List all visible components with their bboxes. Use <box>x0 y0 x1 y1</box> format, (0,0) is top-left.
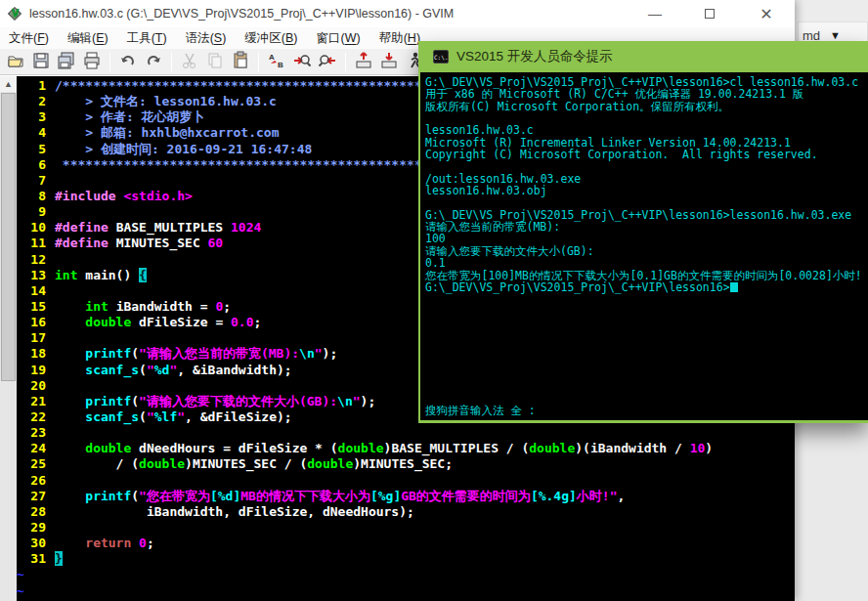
minimize-button[interactable]: — <box>633 0 676 27</box>
scrollbar-thumb[interactable] <box>1 93 16 381</box>
copy-button[interactable] <box>203 51 227 73</box>
cut-button[interactable] <box>178 51 201 73</box>
close-icon: ✕ <box>760 5 772 23</box>
find-next-icon <box>292 51 312 73</box>
paste-icon <box>231 51 250 73</box>
copy-icon <box>205 51 225 73</box>
line-number: 31 <box>17 551 46 567</box>
find-prev-icon <box>318 51 337 73</box>
console-line: 请输入您要下载的文件大小(GB): <box>425 245 868 257</box>
save-file-icon <box>31 51 51 73</box>
console-line: 用于 x86 的 Microsoft (R) C/C++ 优化编译器 19.00… <box>425 88 868 100</box>
open-file-button[interactable] <box>4 51 27 73</box>
save-all-icon <box>57 51 76 73</box>
menu-item-S[interactable]: 语法(S) <box>186 30 227 47</box>
code-line: 29 <box>17 520 795 536</box>
line-number: 22 <box>17 409 46 425</box>
console-output: G:\_DEV\VS_Proj\VS2015_Proj\_C++VIP\less… <box>420 72 868 293</box>
line-number: 16 <box>17 315 46 330</box>
load-session-button[interactable] <box>352 51 375 73</box>
scrollbar-up-arrow-icon[interactable]: ▲ <box>0 76 17 92</box>
save-session-button[interactable] <box>377 51 401 73</box>
save-session-icon <box>379 51 399 73</box>
paste-button[interactable] <box>229 51 252 73</box>
console-window: C:\. VS2015 开发人员命令提示 G:\_DEV\VS_Proj\VS2… <box>418 41 868 423</box>
find-replace-icon: AB <box>267 51 286 73</box>
console-window-title: VS2015 开发人员命令提示 <box>456 48 613 65</box>
line-number: 28 <box>17 504 46 520</box>
line-number: 30 <box>17 536 46 551</box>
menu-item-B[interactable]: 缓冲区(B) <box>244 30 297 47</box>
line-number: 13 <box>17 268 46 283</box>
screen: md ▼ V lesson16.hw.03.c (G:\_DEV\VS_Proj… <box>0 0 868 601</box>
save-file-button[interactable] <box>29 51 53 73</box>
console-line: 0.1 <box>425 257 868 269</box>
console-line: 您在带宽为[100]MB的情况下下载大小为[0.1]GB的文件需要的时间为[0.… <box>425 270 868 281</box>
line-number: 6 <box>17 157 46 173</box>
ime-status-bar: 搜狗拼音输入法 全 : <box>425 404 536 418</box>
code-line: 25 / (double)MINUTES_SEC / (double)MINUT… <box>17 456 795 472</box>
cmd-icon: C:\. <box>433 50 449 64</box>
redo-button[interactable] <box>142 51 165 73</box>
redo-icon <box>144 51 163 73</box>
line-number: 1 <box>17 78 46 94</box>
menu-item-T[interactable]: 工具(T) <box>127 30 167 47</box>
line-number: 9 <box>17 204 46 220</box>
find-prev-button[interactable] <box>316 51 339 73</box>
toolbar-separator <box>345 53 346 71</box>
cut-icon <box>180 51 199 73</box>
line-number: 20 <box>17 378 46 394</box>
vim-logo-icon: V <box>8 7 22 21</box>
console-line: lesson16.hw.03.c <box>425 124 868 136</box>
gvim-window-title: lesson16.hw.03.c (G:\_DEV\VS_Proj\VS2015… <box>29 7 454 21</box>
console-cursor <box>730 282 738 292</box>
undo-button[interactable] <box>116 51 140 73</box>
console-line: 版权所有(C) Microsoft Corporation。保留所有权利。 <box>425 101 868 112</box>
code-line: 27 printf("您在带宽为[%d]MB的情况下下载大小为[%g]GB的文件… <box>17 489 795 504</box>
editor-scrollbar[interactable]: ▲ <box>0 76 17 601</box>
open-file-icon <box>6 51 25 73</box>
code-line: 28 iBandwidth, dFileSize, dNeedHours); <box>17 504 795 520</box>
svg-text:A: A <box>269 53 275 62</box>
toolbar-separator <box>258 53 259 71</box>
line-number: 11 <box>17 236 46 251</box>
empty-line-tilde: ~ <box>17 567 795 582</box>
line-number: 15 <box>17 299 46 315</box>
console-body[interactable]: G:\_DEV\VS_Proj\VS2015_Proj\_C++VIP\less… <box>420 72 868 420</box>
console-titlebar[interactable]: C:\. VS2015 开发人员命令提示 <box>420 41 868 72</box>
find-next-button[interactable] <box>290 51 314 73</box>
find-replace-button[interactable]: AB <box>265 51 288 73</box>
maximize-button[interactable] <box>688 0 731 27</box>
menu-item-E[interactable]: 编辑(E) <box>67 30 108 47</box>
line-number: 29 <box>17 520 46 536</box>
line-number: 17 <box>17 330 46 346</box>
line-number: 3 <box>17 109 46 125</box>
svg-text:B: B <box>278 61 283 69</box>
print-icon <box>82 51 102 73</box>
line-number: 12 <box>17 252 46 268</box>
code-line: 31} <box>17 551 795 567</box>
console-line <box>425 160 868 172</box>
code-line: 30 return 0; <box>17 536 795 551</box>
line-number: 19 <box>17 363 46 378</box>
line-number: 10 <box>17 220 46 236</box>
chevron-down-icon: ▼ <box>830 29 841 41</box>
console-line: 100 <box>425 233 868 244</box>
console-line: Copyright (C) Microsoft Corporation. All… <box>425 149 868 160</box>
load-session-icon <box>354 51 373 73</box>
toolbar-separator <box>171 53 172 71</box>
line-number: 7 <box>17 173 46 189</box>
print-button[interactable] <box>80 51 104 73</box>
save-all-button[interactable] <box>55 51 78 73</box>
line-number: 2 <box>17 94 46 109</box>
line-number: 27 <box>17 489 46 504</box>
line-number: 21 <box>17 394 46 409</box>
line-number: 18 <box>17 346 46 362</box>
menu-item-H[interactable]: 帮助(H) <box>379 30 420 47</box>
minimize-icon: — <box>648 6 662 21</box>
menu-item-W[interactable]: 窗口(W) <box>317 30 361 47</box>
gvim-titlebar[interactable]: V lesson16.hw.03.c (G:\_DEV\VS_Proj\VS20… <box>0 0 795 27</box>
menu-item-F[interactable]: 文件(F) <box>9 30 49 47</box>
code-line: 24 double dNeedHours = dFileSize * (doub… <box>17 441 795 456</box>
close-button[interactable]: ✕ <box>745 0 788 27</box>
